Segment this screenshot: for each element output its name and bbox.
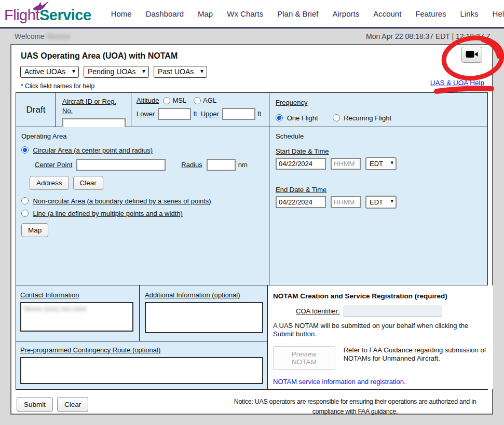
- clear-center-button[interactable]: Clear: [73, 176, 103, 190]
- notam-submit-note: A UAS NOTAM will be submitted on your be…: [273, 322, 487, 339]
- video-tutorial-button[interactable]: [461, 47, 482, 63]
- contingency-route-label[interactable]: Pre-programmed Contingency Route (option…: [20, 346, 160, 354]
- line-area-radio[interactable]: [21, 210, 29, 217]
- field-help-note: * Click field names for help: [21, 83, 488, 90]
- line-area-label[interactable]: Line (a line defined by multiple points …: [33, 210, 182, 217]
- nav-item-wx-charts[interactable]: Wx Charts: [227, 9, 263, 18]
- page-title: UAS Operating Area (UOA) with NOTAM: [21, 51, 488, 61]
- end-timezone-select[interactable]: EDT: [365, 196, 397, 209]
- one-flight-label[interactable]: One Flight: [287, 114, 318, 122]
- contingency-route-textarea[interactable]: [20, 357, 263, 384]
- nav-item-airports[interactable]: Airports: [332, 9, 359, 18]
- radius-input[interactable]: [207, 159, 236, 171]
- status-cell: Draft: [16, 93, 56, 127]
- msl-radio[interactable]: [163, 97, 170, 104]
- clear-form-button[interactable]: Clear: [57, 397, 88, 412]
- notam-registration-cell: NOTAM Creation and Service Registration …: [268, 285, 493, 389]
- uas-uoa-help-link[interactable]: UAS & UOA Help: [430, 79, 484, 87]
- noncircular-area-radio[interactable]: [21, 197, 29, 204]
- additional-info-label[interactable]: Additional Information (optional): [145, 291, 240, 299]
- start-datetime-label[interactable]: Start Date & Time: [276, 147, 483, 155]
- panel-header: UAS Operating Area (UOA) with NOTAM Acti…: [11, 45, 492, 90]
- video-camera-icon: [466, 50, 478, 60]
- notam-service-link[interactable]: NOTAM service information and registrati…: [273, 378, 406, 386]
- welcome-text: Welcome Nxxxxx: [15, 32, 70, 44]
- end-date-input[interactable]: [276, 196, 326, 208]
- upper-altitude-input[interactable]: [222, 108, 255, 120]
- lower-altitude-input[interactable]: [158, 108, 191, 120]
- end-time-input[interactable]: [331, 196, 361, 208]
- start-time-input[interactable]: [331, 158, 361, 170]
- frequency-cell: Frequency One Flight Recurring Flight: [269, 93, 487, 127]
- recurring-flight-option: Recurring Flight: [333, 114, 391, 122]
- one-flight-option: One Flight: [276, 114, 318, 122]
- welcome-label: Welcome: [15, 32, 45, 40]
- main-nav: Home Dashboard Map Wx Charts Plan & Brie…: [111, 9, 504, 18]
- nav-item-help[interactable]: Help: [493, 9, 504, 18]
- welcome-user-redacted: Nxxxxx: [47, 32, 70, 40]
- frequency-label[interactable]: Frequency: [276, 99, 307, 106]
- submit-button[interactable]: Submit: [17, 397, 53, 412]
- nav-item-home[interactable]: Home: [111, 9, 132, 18]
- contact-info-redacted-value: Nxxxx (xxx) xxx-xxxx: [24, 305, 87, 312]
- operating-area-label: Operating Area: [21, 132, 265, 140]
- nav-item-account[interactable]: Account: [373, 9, 401, 18]
- page: Flight Service Home Dashboard Map Wx Cha…: [0, 0, 504, 425]
- address-button[interactable]: Address: [30, 176, 69, 190]
- nav-item-features[interactable]: Features: [415, 9, 446, 18]
- center-point-label[interactable]: Center Point: [35, 161, 72, 169]
- datetime-display: Mon Apr 22 08:18:37 EDT | 12:18:37 Z: [366, 32, 491, 44]
- draft-status-label: Draft: [26, 105, 46, 115]
- radius-unit: nm: [238, 161, 248, 169]
- recurring-flight-radio[interactable]: [333, 114, 340, 121]
- coa-identifier-label[interactable]: COA Identifier:: [296, 307, 340, 315]
- map-button[interactable]: Map: [21, 223, 48, 237]
- uoa-filter-row: Active UOAs ▾ Pending UOAs ▾ Past UOAs ▾: [20, 66, 488, 78]
- uoa-form-table: Draft Aircraft ID or Reg. No. Altitude M…: [16, 92, 488, 390]
- aircraft-id-label[interactable]: Aircraft ID or Reg. No.: [62, 98, 116, 115]
- circular-area-radio[interactable]: [21, 146, 29, 154]
- coa-identifier-input[interactable]: [344, 306, 442, 317]
- msl-label[interactable]: MSL: [172, 97, 186, 104]
- nav-item-dashboard[interactable]: Dashboard: [146, 9, 184, 18]
- lower-altitude-label[interactable]: Lower: [137, 110, 155, 118]
- altitude-label[interactable]: Altitude: [137, 97, 159, 104]
- pending-uoas-select[interactable]: Pending UOAs: [84, 66, 149, 78]
- noncircular-area-label[interactable]: Non-circular Area (a boundary defined by…: [33, 197, 211, 205]
- start-date-input[interactable]: [276, 158, 326, 170]
- operating-area-cell: Operating Area Circular Area (a center p…: [16, 127, 269, 285]
- center-point-input[interactable]: [76, 159, 166, 171]
- status-strip: Welcome Nxxxxx Mon Apr 22 08:18:37 EDT |…: [0, 29, 504, 44]
- agl-label[interactable]: AGL: [203, 97, 216, 104]
- agl-radio[interactable]: [194, 97, 201, 104]
- past-uoas-select[interactable]: Past UOAs: [154, 66, 207, 78]
- form-footer: Submit Clear Notice: UAS operators are r…: [11, 390, 492, 417]
- circular-area-label[interactable]: Circular Area (a center point and radius…: [33, 146, 153, 154]
- nav-item-map[interactable]: Map: [198, 9, 213, 18]
- schedule-cell: Schedule Start Date & Time EDT ▾ End Dat…: [269, 127, 487, 285]
- contact-info-textarea[interactable]: Nxxxx (xxx) xxx-xxxx: [20, 302, 133, 332]
- notam-section-title: NOTAM Creation and Service Registration …: [273, 292, 487, 300]
- operator-notice: Notice: UAS operators are responsible fo…: [227, 397, 483, 417]
- upper-altitude-label[interactable]: Upper: [201, 110, 219, 118]
- nav-item-plan-brief[interactable]: Plan & Brief: [277, 9, 318, 18]
- flight-service-logo[interactable]: Flight Service: [4, 7, 91, 24]
- schedule-label: Schedule: [276, 132, 483, 140]
- contact-info-cell: Contact Information Nxxxx (xxx) xxx-xxxx: [16, 285, 140, 341]
- start-timezone-select[interactable]: EDT: [365, 157, 397, 170]
- end-datetime-label[interactable]: End Date & Time: [276, 186, 483, 194]
- lower-ft-unit: ft: [193, 110, 197, 118]
- active-uoas-select[interactable]: Active UOAs: [20, 66, 79, 78]
- contingency-route-cell: Pre-programmed Contingency Route (option…: [16, 341, 268, 389]
- one-flight-radio[interactable]: [276, 114, 283, 121]
- additional-info-textarea[interactable]: [145, 302, 263, 333]
- upper-ft-unit: ft: [257, 110, 261, 118]
- faa-guidance-text: Refer to FAA Guidance regarding submissi…: [344, 346, 487, 364]
- radius-label[interactable]: Radius: [181, 161, 202, 169]
- preview-notam-button[interactable]: Preview NOTAM: [273, 346, 335, 370]
- altitude-cell: Altitude MSL AGL Lower ft Upper ft: [131, 93, 269, 127]
- recurring-flight-label[interactable]: Recurring Flight: [344, 114, 391, 122]
- additional-info-cell: Additional Information (optional): [140, 285, 268, 341]
- contact-info-label[interactable]: Contact Information: [20, 291, 79, 299]
- nav-item-links[interactable]: Links: [460, 9, 479, 18]
